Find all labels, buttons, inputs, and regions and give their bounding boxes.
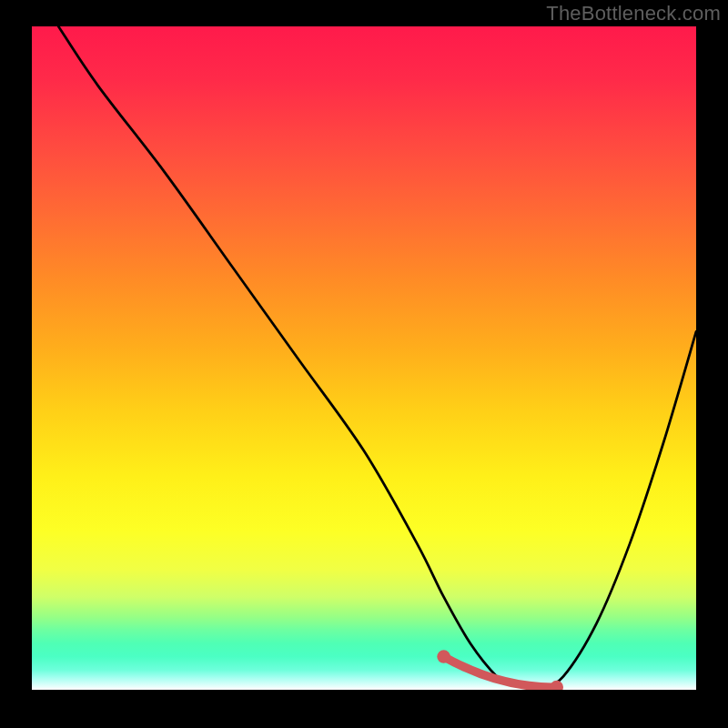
chart-frame: TheBottleneck.com	[0, 0, 728, 728]
sweet-spot-markers-svg	[32, 26, 696, 690]
sweet-spot-segment	[444, 657, 557, 688]
watermark-text: TheBottleneck.com	[546, 2, 721, 25]
sweet-spot-start-dot	[437, 650, 450, 663]
sweet-spot-end-dot	[550, 681, 563, 690]
